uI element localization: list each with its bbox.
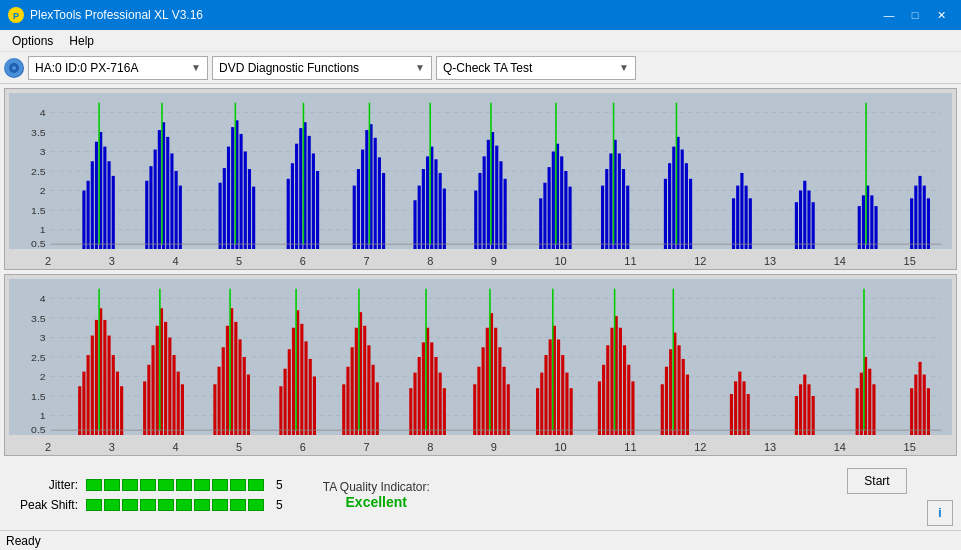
svg-rect-237 [610,328,613,435]
menu-options[interactable]: Options [4,32,61,50]
svg-rect-39 [179,186,182,249]
svg-rect-108 [681,150,684,249]
svg-rect-117 [795,202,798,249]
svg-rect-211 [439,373,442,435]
close-button[interactable]: ✕ [929,5,953,25]
svg-rect-105 [668,163,671,249]
svg-text:3: 3 [40,147,46,158]
svg-rect-65 [374,138,377,249]
ta-quality-label: TA Quality Indicator: [323,480,430,494]
device-icon [4,58,24,78]
info-button[interactable]: i [927,500,953,526]
svg-rect-57 [312,153,315,249]
svg-rect-106 [672,147,675,249]
svg-rect-98 [609,153,612,249]
title-bar-left: P PlexTools Professional XL V3.16 [8,7,203,23]
svg-rect-23 [87,181,90,249]
svg-rect-263 [860,373,863,435]
svg-rect-232 [570,388,573,435]
function-dropdown[interactable]: DVD Diagnostic Functions ▼ [212,56,432,80]
svg-text:1: 1 [40,411,46,422]
svg-rect-186 [288,349,291,435]
maximize-button[interactable]: □ [903,5,927,25]
menu-help[interactable]: Help [61,32,102,50]
svg-rect-269 [914,375,917,435]
device-dropdown[interactable]: HA:0 ID:0 PX-716A ▼ [28,56,208,80]
svg-rect-60 [353,186,356,249]
svg-rect-196 [351,347,354,435]
jitter-row: Jitter: 5 [8,478,283,492]
svg-text:3.5: 3.5 [31,127,46,138]
svg-rect-52 [291,163,294,249]
svg-rect-236 [606,345,609,435]
svg-rect-113 [736,186,739,249]
svg-rect-246 [669,349,672,435]
svg-rect-71 [422,169,425,249]
svg-rect-226 [544,355,547,435]
svg-rect-215 [477,367,480,435]
svg-rect-266 [872,384,875,435]
svg-rect-110 [689,179,692,249]
svg-rect-33 [154,150,157,249]
svg-rect-161 [120,386,123,435]
svg-text:2: 2 [40,372,46,383]
svg-rect-179 [234,322,237,435]
svg-rect-104 [664,179,667,249]
svg-rect-78 [474,191,477,250]
svg-rect-268 [910,388,913,435]
test-dropdown[interactable]: Q-Check TA Test ▼ [436,56,636,80]
svg-rect-130 [918,176,921,249]
svg-rect-174 [213,384,216,435]
svg-rect-62 [361,150,364,249]
test-dropdown-label: Q-Check TA Test [443,61,532,75]
svg-rect-206 [418,357,421,435]
function-dropdown-label: DVD Diagnostic Functions [219,61,359,75]
svg-rect-132 [927,198,930,249]
svg-rect-189 [300,324,303,435]
svg-rect-131 [923,186,926,249]
svg-rect-120 [807,191,810,250]
svg-rect-256 [747,394,750,435]
svg-rect-36 [166,137,169,249]
svg-rect-212 [443,388,446,435]
svg-rect-159 [112,355,115,435]
svg-rect-122 [858,206,861,249]
svg-text:2: 2 [40,186,46,197]
peak-shift-value: 5 [276,498,283,512]
bottom-chart-container: 4 3.5 3 2.5 2 1.5 1 0.5 0 [4,274,957,456]
svg-rect-49 [252,187,255,249]
svg-rect-155 [95,320,98,435]
svg-rect-255 [742,381,745,435]
svg-rect-115 [745,186,748,249]
svg-text:1.5: 1.5 [31,205,46,216]
svg-rect-248 [677,345,680,435]
svg-rect-230 [561,355,564,435]
svg-rect-244 [661,384,664,435]
ta-quality-value: Excellent [346,494,407,510]
svg-rect-257 [795,396,798,435]
svg-rect-171 [177,372,180,435]
svg-rect-242 [631,381,634,435]
svg-rect-37 [170,153,173,249]
bottom-chart-x-axis: 2 3 4 5 6 7 8 9 10 11 12 13 14 15 [5,439,956,455]
svg-text:0.5: 0.5 [31,424,46,435]
svg-rect-165 [151,345,154,435]
svg-rect-96 [601,186,604,249]
svg-rect-84 [499,161,502,249]
app-icon: P [8,7,24,23]
svg-rect-249 [682,359,685,435]
top-chart-container: 4 3.5 3 2.5 2 1.5 1 0.5 0 [4,88,957,270]
svg-rect-61 [357,169,360,249]
start-button[interactable]: Start [847,468,907,494]
svg-rect-44 [231,127,234,249]
svg-rect-67 [382,173,385,249]
svg-rect-185 [284,369,287,435]
minimize-button[interactable]: — [877,5,901,25]
svg-rect-168 [164,322,167,435]
svg-rect-202 [376,382,379,435]
svg-rect-56 [308,136,311,249]
svg-rect-240 [623,345,626,435]
top-chart-x-axis: 2 3 4 5 6 7 8 9 10 11 12 13 14 15 [5,253,956,269]
svg-rect-43 [227,147,230,249]
svg-rect-231 [565,373,568,435]
